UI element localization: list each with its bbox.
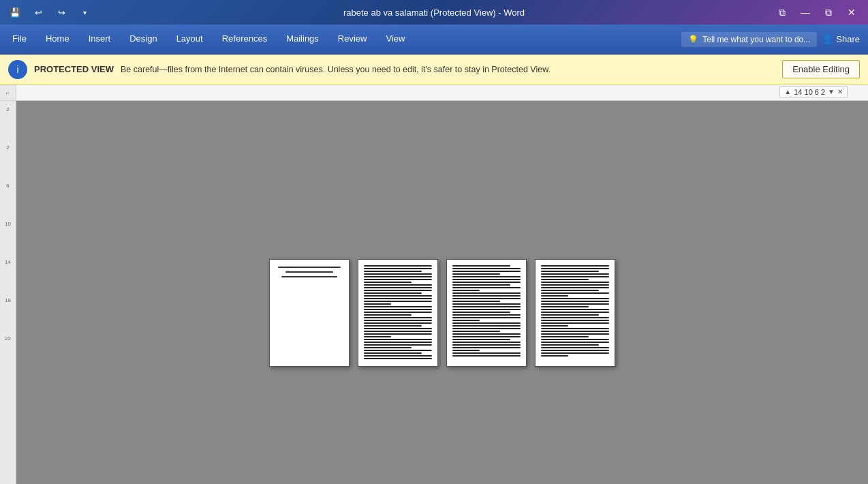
- tab-layout[interactable]: Layout: [167, 25, 213, 54]
- document-page-1[interactable]: [269, 259, 350, 367]
- ruler-mark-10: 10: [5, 221, 11, 240]
- p3-line: [452, 352, 521, 354]
- document-page-4[interactable]: [535, 259, 615, 367]
- window-controls: ⧉ — ⧉ ✕: [771, 3, 863, 22]
- p2-line: [364, 298, 432, 299]
- ruler-mark-22: 22: [5, 335, 11, 354]
- p3-line: [452, 336, 521, 337]
- nav-close-icon[interactable]: ✕: [837, 88, 843, 95]
- ruler-h-content: ▲ 14 10 6 2 ▼ ✕: [16, 85, 868, 99]
- p3-line: [452, 279, 521, 280]
- p4-line: [541, 292, 609, 294]
- p3-line: [452, 344, 521, 346]
- p2-line: [364, 336, 391, 337]
- p2-line: [364, 342, 432, 343]
- nav-down-icon[interactable]: ▼: [828, 88, 835, 95]
- p3-line: [452, 276, 521, 277]
- p3-line: [452, 273, 500, 275]
- tab-view[interactable]: View: [376, 25, 414, 54]
- p3-line: [452, 295, 521, 297]
- p2-line: [364, 271, 422, 272]
- save-button[interactable]: 💾: [5, 3, 25, 22]
- p3-line: [452, 301, 500, 302]
- p2-line: [364, 287, 432, 288]
- document-canvas[interactable]: [16, 101, 868, 484]
- p4-line: [541, 344, 599, 346]
- ruler-area: ⌐ ▲ 14 10 6 2 ▼ ✕: [0, 85, 868, 101]
- p3-line: [452, 290, 480, 291]
- p2-line: [364, 276, 432, 277]
- p4-line: [541, 342, 609, 343]
- p2-line: [364, 290, 432, 291]
- p2-line: [364, 320, 432, 321]
- enable-editing-button[interactable]: Enable Editing: [782, 60, 860, 78]
- tab-home[interactable]: Home: [36, 25, 79, 54]
- p2-line: [364, 344, 432, 346]
- redo-button[interactable]: ↪: [52, 3, 71, 22]
- p3-line: [452, 271, 521, 272]
- p3-line: [452, 317, 521, 318]
- p3-line: [452, 284, 510, 286]
- customize-qat-button[interactable]: ▾: [75, 3, 94, 22]
- nav-up-icon[interactable]: ▲: [784, 88, 791, 95]
- p2-line: [364, 282, 412, 283]
- p2-line: [364, 265, 432, 267]
- p3-line: [452, 328, 521, 329]
- minimize-button[interactable]: —: [794, 3, 816, 22]
- share-button[interactable]: 👤 Share: [822, 34, 860, 44]
- tab-file[interactable]: File: [3, 25, 36, 54]
- p3-line: [452, 268, 521, 269]
- p4-line: [541, 322, 609, 324]
- ribbon-display-button[interactable]: ⧉: [771, 3, 793, 22]
- p4-line: [541, 284, 609, 286]
- p3-line: [452, 303, 521, 305]
- p4-line: [541, 333, 609, 335]
- p4-line: [541, 279, 589, 280]
- tab-design[interactable]: Design: [120, 25, 166, 54]
- p2-line: [364, 306, 432, 307]
- ribbon: File Home Insert Design Layout Reference…: [0, 25, 868, 55]
- p4-line: [541, 309, 609, 310]
- tell-me-box[interactable]: 💡 Tell me what you want to do...: [681, 32, 817, 47]
- p2-line: [364, 322, 432, 324]
- protected-view-label: PROTECTED VIEW: [34, 64, 114, 74]
- p2-line: [364, 347, 412, 348]
- p4-line: [541, 355, 568, 357]
- tab-mailings[interactable]: Mailings: [277, 25, 328, 54]
- document-page-3[interactable]: [446, 259, 527, 367]
- p3-line: [452, 325, 521, 327]
- tab-references[interactable]: References: [213, 25, 277, 54]
- p2-line: [364, 312, 432, 313]
- p4-line: [541, 276, 609, 277]
- p3-line: [452, 331, 500, 332]
- p4-line: [541, 347, 609, 348]
- undo-button[interactable]: ↩: [29, 3, 48, 22]
- horizontal-ruler: ▲ 14 10 6 2 ▼ ✕: [16, 85, 868, 100]
- p4-line: [541, 336, 589, 337]
- p4-line: [541, 271, 599, 272]
- close-button[interactable]: ✕: [841, 3, 863, 22]
- lightbulb-icon: 💡: [688, 35, 698, 44]
- p3-line: [452, 265, 510, 267]
- p3-line: [452, 306, 521, 307]
- protected-view-text: Be careful—files from the Internet can c…: [121, 65, 775, 74]
- p4-line: [541, 317, 609, 318]
- tab-insert[interactable]: Insert: [79, 25, 121, 54]
- vertical-ruler: 2 2 6 10 14 18 22: [0, 101, 16, 484]
- page3-lines: [452, 265, 521, 357]
- page-row: [269, 259, 615, 367]
- p4-line: [541, 265, 609, 267]
- page-4-content: [536, 260, 615, 366]
- p3-line: [452, 287, 521, 288]
- ribbon-right: 💡 Tell me what you want to do... 👤 Share: [681, 25, 865, 54]
- p3-line: [452, 314, 521, 316]
- p2-line: [364, 325, 422, 327]
- p3-line: [452, 322, 521, 324]
- document-page-2[interactable]: [358, 259, 438, 367]
- p3-line: [452, 312, 510, 313]
- tab-review[interactable]: Review: [328, 25, 377, 54]
- p3-line: [452, 309, 521, 310]
- share-label: Share: [836, 34, 860, 44]
- restore-button[interactable]: ⧉: [818, 3, 839, 22]
- p2-line: [364, 273, 432, 275]
